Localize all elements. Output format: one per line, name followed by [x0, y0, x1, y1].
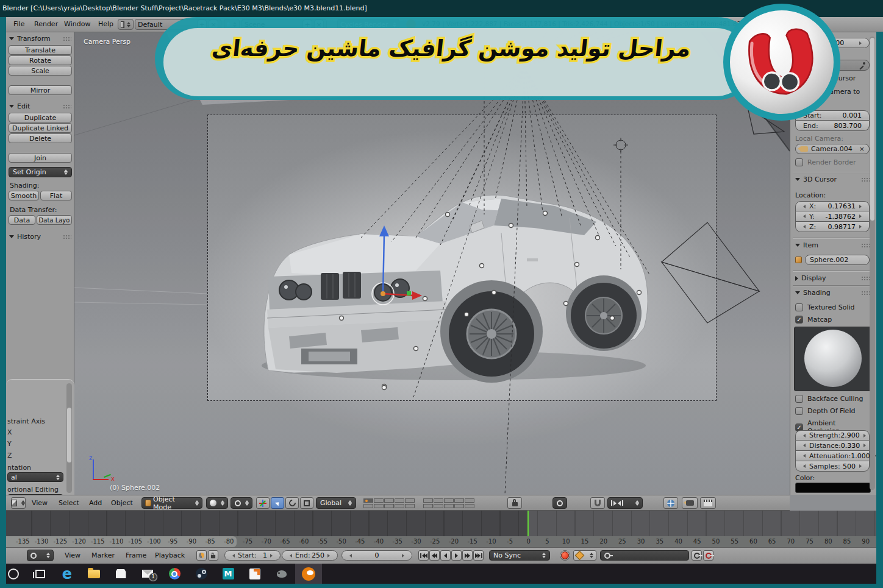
tool-button[interactable]: Delete — [9, 133, 72, 143]
snap-peel-button[interactable] — [663, 497, 678, 509]
menu-render[interactable]: Render — [34, 17, 58, 32]
textured-solid-row[interactable]: Textured Solid — [795, 303, 870, 311]
location-field[interactable]: Z: 0.98717 — [795, 222, 870, 232]
menu-help[interactable]: Help — [98, 17, 113, 32]
tool-button[interactable]: Scale — [9, 66, 72, 76]
mode-dropdown[interactable]: Object Mode — [141, 497, 202, 509]
scrollbar[interactable] — [66, 383, 72, 493]
end-frame-field[interactable]: End: 250 — [282, 550, 338, 561]
scale-manipulator-button[interactable] — [300, 497, 313, 509]
rotate-manipulator-button[interactable] — [285, 497, 299, 509]
flat-button[interactable]: Flat — [40, 191, 72, 200]
opengl-animation-button[interactable] — [700, 497, 716, 509]
panel-header-edit[interactable]: Edit — [9, 102, 71, 110]
ao-field[interactable]: Distance: 0.330 — [795, 441, 870, 451]
grip-icon[interactable] — [63, 235, 71, 239]
insert-keyframe-button[interactable] — [692, 550, 702, 561]
ao-field[interactable]: Strength: 2.900 — [795, 430, 870, 441]
panel-header-item[interactable]: Item — [795, 241, 870, 249]
jump-to-end-button[interactable] — [473, 550, 484, 561]
grip-icon[interactable] — [861, 243, 870, 248]
chrome-icon[interactable] — [161, 564, 188, 584]
join-button[interactable]: Join — [9, 153, 72, 163]
grip-icon[interactable] — [63, 104, 71, 109]
tool-button[interactable]: Duplicate Linked — [9, 123, 72, 133]
jump-to-start-button[interactable] — [418, 550, 429, 561]
pivot-point-dropdown[interactable] — [231, 497, 252, 509]
checkbox[interactable] — [795, 303, 803, 311]
menu-add[interactable]: Add — [89, 496, 102, 511]
clip-end-field[interactable]: End: 803.700 — [795, 121, 870, 131]
start-frame-field[interactable]: Start: 1 — [224, 550, 281, 561]
grip-icon[interactable] — [861, 177, 870, 182]
panel-header-shading[interactable]: Shading — [795, 289, 870, 297]
autokey-button[interactable] — [196, 550, 207, 561]
play-button[interactable] — [451, 550, 462, 561]
editor-type-button[interactable] — [27, 550, 54, 561]
ao-field[interactable]: Samples: 500 — [795, 461, 870, 472]
ao-color-swatch[interactable] — [795, 483, 871, 493]
ao-field[interactable]: Attenuation: 1.000 — [795, 451, 870, 461]
location-field[interactable]: X: 0.17631 — [795, 201, 870, 211]
play-reverse-button[interactable] — [440, 550, 451, 561]
maya-icon[interactable]: M — [215, 564, 241, 584]
manipulator-toggle[interactable] — [256, 497, 270, 509]
menu-frame[interactable]: Frame — [126, 548, 146, 563]
viewport-3d[interactable]: Camera Persp (0) Sphere.002 z x — [74, 32, 790, 495]
edge-icon[interactable]: e — [54, 564, 80, 584]
axis-toggle[interactable]: Y — [7, 440, 12, 448]
current-frame-field[interactable]: 0 — [341, 550, 412, 561]
tool-button[interactable]: Duplicate — [9, 113, 72, 122]
panel-header-3d-cursor[interactable]: 3D Cursor — [795, 175, 870, 183]
opengl-render-button[interactable] — [682, 497, 698, 509]
steam-icon[interactable] — [188, 564, 215, 584]
blender-icon[interactable] — [295, 564, 322, 584]
delete-keyframe-button[interactable] — [703, 550, 713, 561]
checkbox[interactable] — [795, 395, 803, 403]
data-button[interactable]: Data — [9, 215, 35, 225]
grip-icon[interactable] — [63, 37, 71, 41]
timeline-editor[interactable]: -135-130-125-120-115-110-105-100-95-90-8… — [6, 511, 876, 547]
store-icon[interactable] — [107, 564, 134, 584]
tool-button[interactable]: Rotate — [9, 55, 72, 65]
translate-manipulator-button[interactable] — [271, 497, 284, 509]
mail-icon[interactable]: 1 — [134, 564, 161, 584]
keying-set-field[interactable] — [600, 550, 689, 561]
smooth-button[interactable]: Smooth — [9, 191, 39, 200]
render-border-row[interactable]: Render Border — [795, 158, 870, 166]
layers-widget-2[interactable] — [421, 498, 477, 508]
viewport-shading-dropdown[interactable] — [206, 497, 228, 509]
proportional-edit-button[interactable] — [552, 497, 567, 509]
menu-object[interactable]: Object — [111, 496, 133, 511]
gimp-icon[interactable] — [268, 564, 295, 584]
snap-element-dropdown[interactable] — [607, 497, 643, 509]
layers-widget[interactable] — [361, 498, 417, 508]
checkbox[interactable] — [795, 407, 803, 415]
current-frame-playhead[interactable] — [527, 511, 529, 536]
dof-row[interactable]: Depth Of Field — [795, 407, 870, 415]
file-explorer-icon[interactable] — [80, 564, 107, 584]
local-camera-field[interactable]: Camera.004 × — [795, 144, 870, 154]
lock-to-scene-button[interactable] — [507, 497, 522, 509]
autokey-lock-button[interactable] — [208, 550, 218, 561]
record-button[interactable] — [560, 550, 570, 561]
panel-header-history[interactable]: History — [9, 233, 71, 241]
set-origin-dropdown[interactable]: Set Origin — [9, 167, 72, 177]
keying-set-type[interactable] — [573, 550, 596, 561]
menu-file[interactable]: File — [13, 17, 24, 32]
item-name-field[interactable]: Sphere.002 — [805, 255, 870, 265]
menu-select[interactable]: Select — [59, 496, 79, 511]
matcap-row[interactable]: Matcap — [795, 316, 870, 324]
editor-type-button[interactable] — [118, 19, 134, 30]
panel-header-transform[interactable]: Transform — [9, 35, 71, 43]
paint-app-icon[interactable] — [241, 564, 268, 584]
checkbox-checked[interactable] — [795, 316, 803, 324]
axis-toggle[interactable]: X — [7, 428, 12, 436]
editor-type-button[interactable] — [11, 497, 26, 509]
location-field[interactable]: Y: -1.38762 — [795, 211, 870, 222]
checkbox[interactable] — [795, 158, 803, 166]
camera-frame[interactable] — [207, 115, 717, 401]
grip-icon[interactable] — [861, 276, 870, 281]
next-keyframe-button[interactable] — [462, 550, 473, 561]
data-layout-button[interactable]: Data Layo — [37, 215, 72, 225]
